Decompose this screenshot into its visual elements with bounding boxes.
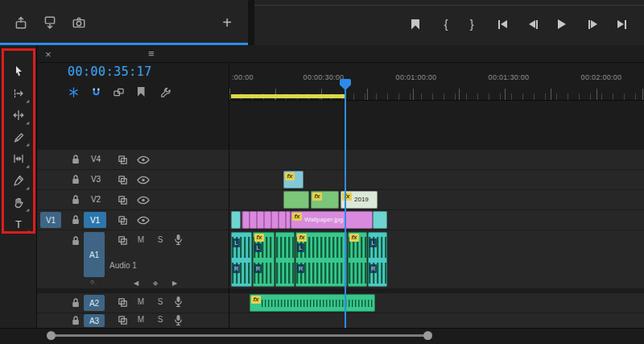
lock-icon[interactable]	[71, 315, 80, 326]
track-name-v1-targeted[interactable]: V1	[84, 212, 106, 228]
audio-clip[interactable]: fx L R	[295, 232, 347, 287]
voiceover-mic-icon[interactable]	[174, 234, 183, 246]
track-name-a1[interactable]: A1	[84, 232, 105, 277]
channel-right-tag: R	[254, 264, 262, 273]
solo-button-a2[interactable]: S	[155, 297, 166, 306]
button-editor-plus-button[interactable]: +	[216, 11, 238, 34]
video-clip[interactable]	[231, 211, 241, 229]
hand-tool-button[interactable]	[7, 193, 30, 212]
add-marker-button[interactable]	[407, 17, 423, 31]
voiceover-mic-icon[interactable]	[174, 296, 183, 308]
track-row-v4	[37, 150, 644, 169]
keyframe-add-button[interactable]: ○	[90, 278, 97, 286]
lift-button[interactable]	[10, 11, 32, 34]
linked-selection-button[interactable]	[109, 84, 127, 100]
keyframe-prev-button[interactable]: ◀	[134, 280, 138, 287]
sync-lock-icon[interactable]	[118, 215, 128, 226]
ripple-edit-tool-button[interactable]	[7, 106, 30, 125]
sync-lock-icon[interactable]	[118, 155, 128, 165]
sync-lock-icon[interactable]	[118, 175, 128, 185]
panel-menu-button[interactable]: ≡	[148, 48, 155, 60]
nest-toggle-button[interactable]	[64, 84, 82, 100]
type-tool-icon: T	[15, 218, 22, 230]
lock-icon[interactable]	[71, 194, 80, 205]
camera-icon	[72, 15, 86, 30]
mute-button-a1[interactable]: M	[135, 235, 147, 244]
sync-lock-icon[interactable]	[118, 297, 128, 308]
video-clip[interactable]	[283, 191, 309, 209]
audio-clip[interactable]: L R	[231, 232, 252, 287]
source-patch-v1[interactable]: V1	[40, 212, 61, 228]
hand-icon	[12, 196, 25, 209]
work-area-bar[interactable]	[231, 94, 345, 98]
audio-clip[interactable]: L R	[368, 232, 387, 287]
eye-icon[interactable]	[137, 196, 150, 205]
pen-tool-button[interactable]	[7, 171, 30, 190]
track-name-v3[interactable]: V3	[84, 175, 108, 184]
keyframe-diamond-button[interactable]: ◆	[153, 280, 158, 287]
ruler-label: 00:00:30:00	[303, 73, 345, 81]
lock-icon[interactable]	[71, 297, 80, 309]
horizontal-scrollbar-thumb[interactable]	[52, 334, 428, 337]
keyframe-next-button[interactable]: ▶	[172, 280, 177, 287]
track-select-forward-tool-button[interactable]	[7, 84, 30, 103]
export-frame-button[interactable]	[68, 11, 90, 34]
timeline-add-marker-button[interactable]	[132, 84, 150, 100]
mute-button-a3[interactable]: M	[135, 315, 147, 324]
panel-edge-line	[254, 5, 644, 6]
timeline-settings-button[interactable]	[156, 84, 174, 100]
selection-tool-button[interactable]	[7, 61, 30, 81]
track-label-audio1[interactable]: Audio 1	[109, 261, 137, 270]
video-clip[interactable]: fx	[283, 171, 303, 189]
voiceover-mic-icon[interactable]	[174, 314, 183, 326]
type-tool-button[interactable]: T	[7, 214, 30, 234]
plus-icon: +	[222, 15, 232, 31]
razor-tool-button[interactable]	[7, 127, 30, 147]
ruler-baseline	[229, 100, 644, 101]
eye-icon[interactable]	[137, 216, 150, 225]
lock-icon[interactable]	[71, 174, 80, 185]
go-to-out-icon	[617, 20, 624, 28]
extract-button[interactable]	[39, 11, 61, 34]
video-clip[interactable]	[373, 211, 387, 229]
audio-clip[interactable]	[275, 232, 295, 287]
playhead-timecode[interactable]: 00:00:35:17	[68, 64, 152, 79]
track-name-v2[interactable]: V2	[84, 195, 108, 204]
scrollbar-zoom-handle-left[interactable]	[47, 331, 56, 340]
slip-tool-button[interactable]	[7, 149, 30, 168]
waveform	[276, 263, 294, 284]
mark-out-button[interactable]: }	[464, 17, 480, 31]
panel-close-button[interactable]: ×	[45, 48, 52, 60]
track-select-icon	[12, 87, 25, 100]
track-name-a3[interactable]: A3	[84, 314, 105, 327]
sync-lock-icon[interactable]	[118, 195, 128, 205]
track-name-a2[interactable]: A2	[84, 295, 105, 311]
mark-in-button[interactable]: {	[438, 17, 454, 31]
go-to-in-button[interactable]	[494, 17, 510, 31]
step-back-button[interactable]	[525, 17, 541, 31]
snap-toggle-button[interactable]	[87, 84, 105, 100]
clip-label: Wallpaper.jpg	[304, 216, 343, 223]
audio-clip[interactable]: fx L R	[253, 232, 275, 287]
go-to-out-button[interactable]	[613, 17, 630, 31]
solo-button-a1[interactable]: S	[155, 235, 166, 244]
lock-icon[interactable]	[71, 235, 80, 247]
video-clip[interactable]: fx	[311, 191, 339, 209]
wrench-icon	[159, 86, 171, 98]
mute-button-a2[interactable]: M	[135, 297, 147, 306]
sync-lock-icon[interactable]	[118, 235, 128, 246]
solo-button-a3[interactable]: S	[155, 315, 166, 324]
audio-clip[interactable]: fx	[348, 232, 367, 287]
lock-icon[interactable]	[71, 214, 80, 226]
eye-icon[interactable]	[137, 155, 150, 164]
step-forward-button[interactable]	[584, 17, 601, 31]
play-button[interactable]	[554, 17, 570, 31]
track-name-v4[interactable]: V4	[84, 155, 108, 164]
video-clip-group[interactable]	[242, 211, 291, 229]
video-clip-wallpaper[interactable]: fx Wallpaper.jpg	[291, 211, 373, 229]
scrollbar-zoom-handle-right[interactable]	[423, 331, 432, 340]
sync-lock-icon[interactable]	[118, 315, 128, 325]
audio-clip[interactable]: fx	[250, 294, 375, 312]
lock-icon[interactable]	[71, 154, 80, 165]
eye-icon[interactable]	[137, 176, 150, 184]
